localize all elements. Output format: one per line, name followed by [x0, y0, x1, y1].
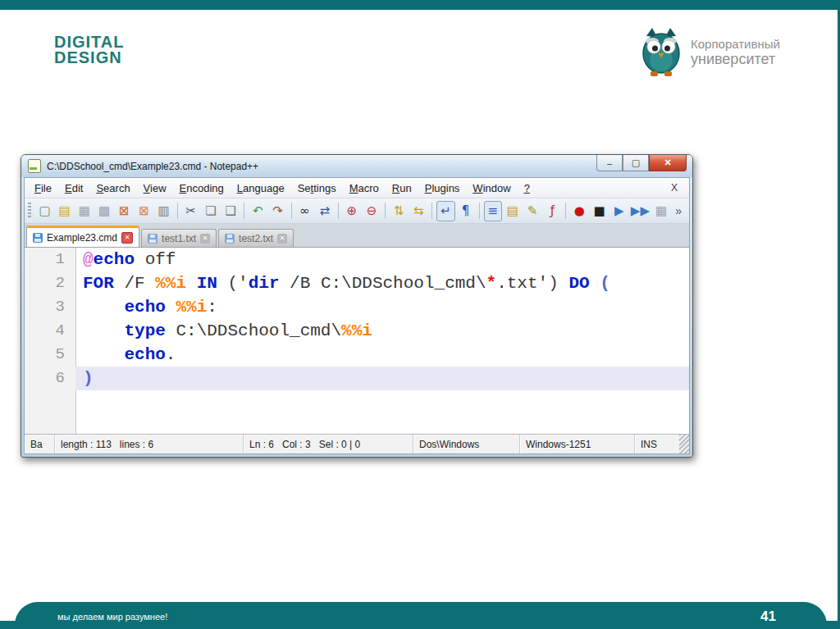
page-number: 41 [760, 608, 776, 624]
title-bar[interactable]: C:\DDSchool_cmd\Example23.cmd - Notepad+… [21, 155, 692, 177]
saved-file-icon [33, 233, 43, 243]
saved-file-icon [225, 234, 235, 244]
code-line: 6) [25, 367, 689, 390]
line-number: 5 [25, 343, 75, 367]
word-wrap-icon[interactable]: ↵ [436, 201, 454, 221]
code-text: ) [75, 367, 689, 390]
status-encoding: Windows-1251 [520, 435, 635, 454]
university-line2: университет [691, 52, 780, 67]
code-line: 5 echo. [25, 343, 689, 367]
toolbar-separator [431, 203, 432, 219]
menu-item-plugins[interactable]: Plugins [418, 180, 467, 196]
menu-item-search[interactable]: Search [89, 180, 136, 196]
sync-vertical-scroll-icon[interactable]: ⇅ [390, 201, 408, 221]
new-file-icon[interactable]: ▢ [35, 201, 53, 221]
menu-item-encoding[interactable]: Encoding [173, 180, 231, 196]
line-number: 1 [25, 248, 75, 271]
menu-item-[interactable]: ? [518, 180, 536, 196]
window-body: FileEditSearchViewEncodingLanguageSettin… [24, 177, 690, 454]
undo-icon[interactable]: ↶ [249, 201, 267, 221]
university-logo-text: Корпоративный университет [691, 37, 780, 67]
menu-close-x[interactable]: X [663, 182, 686, 194]
find-icon[interactable]: ∞ [295, 201, 313, 221]
macro-save-icon[interactable]: ▦ [652, 201, 670, 221]
cut-icon[interactable]: ✂ [182, 201, 200, 221]
menu-item-run[interactable]: Run [386, 180, 418, 196]
paste-icon[interactable]: ❑ [221, 201, 240, 221]
toolbar-separator [338, 203, 339, 219]
toolbar-overflow-chevron[interactable]: » [671, 204, 686, 217]
tab-label: Example23.cmd [47, 232, 117, 244]
redo-icon[interactable]: ↷ [268, 201, 286, 221]
macro-play-icon[interactable]: ▶ [610, 201, 628, 221]
save-icon[interactable]: ▦ [75, 201, 94, 221]
tab-close-icon[interactable]: ✕ [277, 234, 287, 244]
code-text: echo. [75, 343, 689, 367]
open-folder-icon[interactable]: ▤ [56, 201, 74, 221]
document-map-icon[interactable]: ✎ [523, 201, 541, 221]
menu-items: FileEditSearchViewEncodingLanguageSettin… [28, 182, 536, 194]
tab-close-icon[interactable]: ✕ [121, 232, 133, 244]
close-file-icon[interactable]: ⊠ [115, 201, 133, 221]
status-typing-mode: INS [635, 435, 679, 454]
tab-label: test2.txt [239, 233, 273, 244]
tab-example23-cmd[interactable]: Example23.cmd✕ [26, 226, 139, 247]
footer-tagline: мы делаем мир разумнее! [57, 611, 167, 621]
sync-horizontal-scroll-icon[interactable]: ⇆ [409, 201, 427, 221]
digital-design-logo: DIGITAL DESIGN [54, 34, 125, 64]
menu-item-language[interactable]: Language [231, 180, 291, 196]
show-all-characters-icon[interactable]: ¶ [457, 201, 475, 221]
status-length-lines: length : 113 lines : 6 [55, 435, 244, 454]
zoom-out-icon[interactable]: ⊖ [363, 201, 381, 221]
toolbar-separator [177, 203, 178, 219]
code-line: 1@echo off [25, 248, 689, 271]
close-button[interactable]: ✕ [649, 155, 687, 171]
window-title: C:\DDSchool_cmd\Example23.cmd - Notepad+… [47, 161, 258, 172]
menu-item-view[interactable]: View [137, 180, 173, 196]
line-number: 3 [25, 295, 75, 319]
university-logo: Корпоративный университет [640, 26, 780, 77]
window-controls: –▢✕ [596, 155, 687, 171]
tab-label: test1.txt [162, 233, 196, 244]
menu-item-file[interactable]: File [28, 180, 58, 196]
status-bar: Ba length : 113 lines : 6 Ln : 6 Col : 3… [25, 434, 689, 454]
code-line: 2FOR /F %%i IN ('dir /B C:\DDSchool_cmd\… [25, 271, 689, 295]
saved-file-icon [148, 234, 158, 244]
macro-run-multiple-icon[interactable]: ▶▶ [630, 201, 651, 221]
line-number: 2 [25, 271, 75, 295]
function-list-icon[interactable]: ƒ [543, 201, 561, 221]
tab-test2-txt[interactable]: test2.txt✕ [218, 229, 294, 247]
zoom-in-icon[interactable]: ⊕ [343, 201, 361, 221]
notepad-window: C:\DDSchool_cmd\Example23.cmd - Notepad+… [21, 154, 693, 458]
tab-test1-txt[interactable]: test1.txt✕ [141, 229, 217, 247]
digital-design-line2: DESIGN [54, 49, 125, 65]
tab-close-icon[interactable]: ✕ [200, 234, 210, 244]
resize-grip[interactable] [679, 435, 689, 454]
menu-item-settings[interactable]: Settings [291, 180, 343, 196]
owl-icon [640, 26, 682, 77]
user-defined-dialog-icon[interactable]: ▤ [504, 201, 522, 221]
university-line1: Корпоративный [691, 37, 780, 52]
macro-stop-icon[interactable]: ■ [590, 201, 608, 221]
toolbar-separator [244, 203, 244, 219]
code-text: echo %%i: [75, 295, 689, 319]
close-all-icon[interactable]: ⊠ [135, 201, 153, 221]
menu-item-edit[interactable]: Edit [58, 180, 89, 196]
menu-bar: FileEditSearchViewEncodingLanguageSettin… [25, 178, 689, 198]
save-all-icon[interactable]: ▩ [95, 201, 113, 221]
copy-icon[interactable]: ❏ [202, 201, 220, 221]
maximize-button[interactable]: ▢ [623, 155, 649, 171]
code-text: FOR /F %%i IN ('dir /B C:\DDSchool_cmd\*… [75, 271, 689, 295]
indent-guide-icon[interactable]: ≡ [484, 201, 502, 221]
code-line: 4 type C:\DDSchool_cmd\%%i [25, 319, 689, 343]
minimize-button[interactable]: – [596, 155, 623, 171]
macro-record-icon[interactable]: ● [570, 201, 588, 221]
toolbar: ▢▤▦▩⊠⊠▥✂❏❑↶↷∞⇄⊕⊖⇅⇆↵¶≡▤✎ƒ●■▶▶▶▦» [25, 198, 689, 224]
menu-item-macro[interactable]: Macro [343, 180, 386, 196]
print-icon[interactable]: ▥ [155, 201, 173, 221]
replace-icon[interactable]: ⇄ [316, 201, 334, 221]
toolbar-separator [385, 203, 386, 219]
code-text: @echo off [75, 248, 689, 271]
menu-item-window[interactable]: Window [466, 180, 517, 196]
editor-area[interactable]: 1@echo off2FOR /F %%i IN ('dir /B C:\DDS… [25, 248, 689, 434]
